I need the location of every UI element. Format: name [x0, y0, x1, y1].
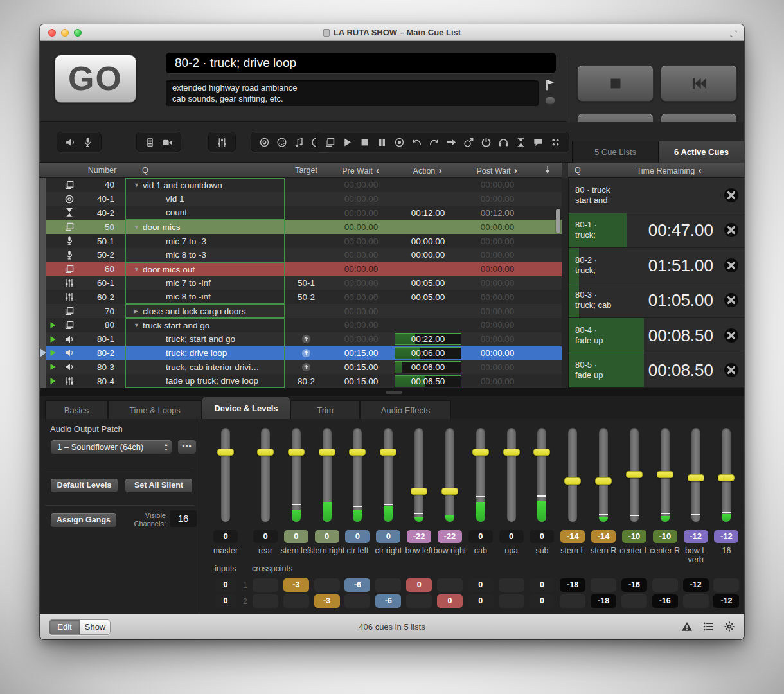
crosspoint-cell[interactable]	[683, 594, 709, 608]
fader-value[interactable]: -22	[407, 530, 431, 543]
fader-track[interactable]	[292, 428, 301, 522]
crosspoint-cell[interactable]: 0	[437, 594, 463, 608]
memo-icon[interactable]	[533, 137, 544, 148]
fade-icon[interactable]	[217, 137, 227, 148]
crosspoint-cell[interactable]	[344, 594, 370, 608]
cue-notes[interactable]: extended highway road ambiance cab sound…	[166, 80, 539, 106]
fader-handle[interactable]	[349, 449, 366, 456]
active-cue-row-3[interactable]: 80-3 ·truck; cab01:05.00	[569, 283, 744, 319]
col-target[interactable]: Target	[285, 163, 328, 178]
active-cue-row-5[interactable]: 80-5 ·fade up00:08.50	[569, 353, 744, 389]
cue-row-50-2[interactable]: 50-2mic 8 to -300:00.0000:00.0000:00.00	[40, 248, 562, 262]
active-cue-row-0[interactable]: 80 · truckstart and	[569, 178, 744, 213]
crosspoint-cell[interactable]	[375, 578, 401, 592]
crosspoint-cell[interactable]: -3	[283, 578, 309, 592]
fader-value[interactable]: -22	[438, 530, 462, 543]
fader-track[interactable]	[221, 428, 230, 522]
fader-handle[interactable]	[626, 471, 643, 478]
fader-handle[interactable]	[688, 474, 704, 481]
headphone-icon[interactable]	[498, 137, 509, 148]
cue-row-40-1[interactable]: 40-1vid 100:00.0000:00.00	[40, 192, 562, 206]
col-pre-wait[interactable]: Pre Wait ‹	[328, 163, 395, 178]
crosspoint-cell[interactable]: -16	[652, 594, 678, 608]
stop-cue-x-icon[interactable]	[724, 292, 739, 308]
crosspoint-cell[interactable]: -12	[683, 578, 709, 592]
crosspoint-cell[interactable]: -6	[375, 594, 401, 608]
crosspoint-cell[interactable]	[621, 594, 647, 608]
crosspoint-cell[interactable]	[253, 578, 278, 592]
cue-row-60-2[interactable]: 60-2mic 8 to -inf50-200:00.0000:05.0000:…	[40, 290, 562, 304]
flag-icon[interactable]	[544, 78, 557, 94]
active-cue-row-2[interactable]: 80-2 ·truck;01:51.00	[569, 248, 744, 283]
fader-value[interactable]: -14	[560, 530, 585, 543]
fader-handle[interactable]	[441, 488, 458, 495]
col-q[interactable]: Q	[125, 163, 164, 178]
warning-icon[interactable]	[681, 621, 693, 632]
fader-value[interactable]: 0	[284, 530, 308, 543]
tab-basics[interactable]: Basics	[45, 400, 108, 419]
cue-row-80-3[interactable]: 80-3truck; cab interior drivi…00:15.0000…	[40, 360, 562, 374]
camera-icon[interactable]	[162, 137, 173, 148]
flag-toggle[interactable]	[545, 96, 555, 105]
cue-row-50[interactable]: 50▼door mics00:00.0000:00.00	[40, 220, 562, 234]
fader-track[interactable]	[476, 428, 485, 522]
disclosure-collapsed-icon[interactable]: ▶	[126, 308, 140, 314]
crosspoint-cell[interactable]: -6	[344, 578, 370, 592]
fader-handle[interactable]	[411, 488, 427, 495]
fader-handle[interactable]	[657, 471, 673, 478]
fader-track[interactable]	[353, 428, 362, 522]
cue-row-60[interactable]: 60▼door mics out00:00.0000:00.00	[40, 262, 562, 276]
cue-row-70[interactable]: 70▶close and lock cargo doors00:00.0000:…	[40, 304, 562, 318]
disc-icon[interactable]	[259, 137, 270, 148]
splitter-grip[interactable]	[386, 391, 402, 394]
fader-value[interactable]: -10	[653, 530, 677, 543]
pause-icon[interactable]	[377, 137, 388, 148]
mic-icon[interactable]	[82, 137, 93, 148]
fader-track[interactable]	[323, 428, 332, 522]
fader-value[interactable]: 0	[376, 530, 400, 543]
fader-handle[interactable]	[217, 449, 234, 456]
undo-icon[interactable]	[411, 137, 422, 148]
go-button[interactable]: GO	[55, 55, 136, 103]
crosspoint-cell[interactable]: -16	[621, 578, 647, 592]
cue-row-80-1[interactable]: 80-1truck; start and go00:00.0000:22.000…	[40, 332, 562, 346]
crosspoint-cell[interactable]: 0	[529, 578, 555, 592]
fader-track[interactable]	[261, 428, 270, 522]
stop-button[interactable]	[577, 65, 654, 102]
crosspoint-cell[interactable]: -18	[560, 578, 585, 592]
cue-row-40-2[interactable]: 40-2count00:00.0000:12.0000:12.00	[40, 206, 562, 220]
fader-value[interactable]: 0	[315, 530, 339, 543]
active-cue-row-1[interactable]: 80-1 ·truck;00:47.00	[569, 213, 744, 249]
midi-icon[interactable]	[276, 137, 287, 148]
crosspoint-cell[interactable]	[406, 594, 432, 608]
list-view-icon[interactable]	[702, 621, 714, 632]
cue-row-80-2[interactable]: 80-2truck; drive loop00:15.0000:06.0000:…	[40, 346, 562, 360]
tab-device-levels[interactable]: Device & Levels	[202, 396, 290, 419]
col-time-remaining[interactable]: Time Remaining ‹	[605, 163, 734, 178]
fader-value[interactable]: 0	[253, 530, 278, 543]
stop-cue-x-icon[interactable]	[724, 362, 739, 378]
redo-icon[interactable]	[429, 137, 440, 148]
fader-handle[interactable]	[533, 449, 550, 456]
power-icon[interactable]	[481, 137, 492, 148]
film-icon[interactable]	[145, 137, 156, 148]
fader-handle[interactable]	[319, 449, 335, 456]
fader-handle[interactable]	[718, 474, 735, 481]
cue-row-40[interactable]: 40▼vid 1 and countdown00:00.0000:00.00	[40, 178, 562, 192]
cue-row-80[interactable]: 80▼truck start and go00:00.0000:00.00	[40, 318, 562, 332]
col-follow[interactable]	[533, 163, 562, 178]
crosspoint-cell[interactable]: -3	[314, 594, 340, 608]
cue-row-60-1[interactable]: 60-1mic 7 to -inf50-100:00.0000:05.0000:…	[40, 276, 562, 290]
disclosure-expanded-icon[interactable]: ▼	[126, 322, 140, 328]
fader-value[interactable]: -12	[714, 530, 738, 543]
stop-cue-x-icon[interactable]	[724, 258, 739, 273]
crosspoint-cell[interactable]	[314, 578, 340, 592]
crosspoint-cell[interactable]	[713, 578, 739, 592]
crosspoint-cell[interactable]: 0	[529, 594, 555, 608]
crosspoint-cell[interactable]: 0	[406, 578, 432, 592]
crosspoint-cell[interactable]: 0	[468, 578, 494, 592]
crosspoint-cell[interactable]: -18	[591, 594, 616, 608]
gear-icon[interactable]	[724, 621, 735, 632]
fader-track[interactable]	[507, 428, 516, 522]
hourglass-icon[interactable]	[515, 137, 526, 148]
